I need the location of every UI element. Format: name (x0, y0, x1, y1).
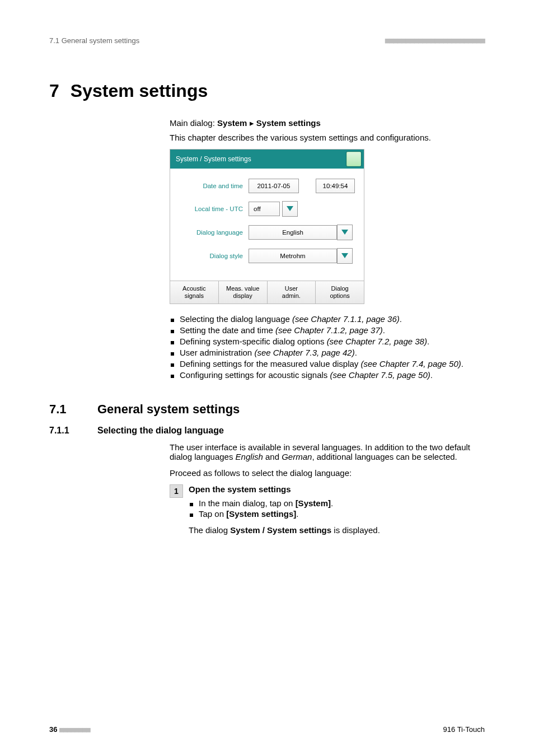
date-field[interactable]: 2011-07-05 (249, 179, 299, 193)
dropdown-arrow-icon[interactable] (337, 248, 353, 264)
step-number: 1 (170, 484, 183, 498)
header-dashes: ■■■■■■■■■■■■■■■■■■■■■■■■ (385, 36, 485, 45)
step-result: The dialog System / System settings is d… (189, 525, 380, 535)
acoustic-signals-button[interactable]: Acousticsignals (170, 281, 219, 304)
paragraph: Proceed as follows to select the dialog … (170, 468, 485, 478)
procedure-step: 1 Open the system settings In the main d… (170, 484, 485, 535)
dialog-style-value[interactable]: Metrohm (249, 249, 337, 263)
list-item: Defining settings for the measured value… (180, 359, 485, 368)
step-title: Open the system settings (189, 484, 380, 494)
list-item: Selecting the dialog language (see Chapt… (180, 314, 485, 324)
main-dialog-system: System (217, 118, 247, 128)
svg-marker-2 (341, 253, 348, 258)
time-field[interactable]: 10:49:54 (316, 179, 355, 193)
header-section-label: 7.1 General system settings (49, 36, 139, 45)
svg-marker-1 (341, 230, 348, 235)
main-dialog-settings: System settings (256, 118, 321, 128)
footer-dashes: ■■■■■■■■ (59, 725, 90, 734)
subsection-heading: 7.1.1Selecting the dialog language (49, 426, 485, 436)
chapter-title: System settings (71, 81, 208, 101)
meas-value-display-button[interactable]: Meas. valuedisplay (219, 281, 268, 304)
system-settings-screenshot: System / System settings Date and time 2… (170, 149, 364, 304)
page-number: 36 (49, 725, 57, 734)
dialog-language-label: Dialog language (176, 229, 249, 236)
running-header: 7.1 General system settings ■■■■■■■■■■■■… (49, 36, 485, 45)
product-model: 916 Ti-Touch (443, 725, 485, 734)
dropdown-arrow-icon[interactable] (337, 225, 353, 240)
list-item: User administration (see Chapter 7.3, pa… (180, 348, 485, 357)
home-icon[interactable] (346, 151, 362, 167)
subsection-title: Selecting the dialog language (97, 426, 224, 435)
section-number: 7.1 (49, 402, 97, 417)
dropdown-arrow-icon[interactable] (282, 201, 298, 217)
utc-value[interactable]: off (249, 202, 280, 216)
triangle-right-icon: ▸ (250, 118, 254, 128)
paragraph: The user interface is available in sever… (170, 442, 485, 461)
intro-paragraph: This chapter describes the various syste… (170, 133, 485, 142)
screenshot-title: System / System settings (176, 155, 251, 163)
date-time-label: Date and time (176, 183, 249, 189)
dialog-language-value[interactable]: English (249, 225, 337, 240)
list-item: In the main dialog, tap on [System]. (199, 498, 380, 508)
utc-label: Local time - UTC (176, 206, 249, 212)
capabilities-list: Selecting the dialog language (see Chapt… (170, 314, 485, 380)
section-title: General system settings (97, 402, 240, 416)
section-heading: 7.1General system settings (49, 402, 485, 417)
dialog-style-label: Dialog style (176, 253, 249, 259)
list-item: Tap on [System settings]. (199, 509, 380, 519)
page-footer: 36 ■■■■■■■■ 916 Ti-Touch (49, 725, 485, 734)
screenshot-titlebar: System / System settings (170, 150, 364, 169)
main-dialog-prefix: Main dialog: (170, 118, 215, 128)
svg-marker-0 (287, 206, 293, 211)
chapter-heading: 7System settings (49, 81, 485, 101)
main-dialog-path: Main dialog: System ▸ System settings (170, 118, 485, 128)
list-item: Defining system-specific dialog options … (180, 337, 485, 346)
list-item: Setting the date and time (see Chapter 7… (180, 325, 485, 335)
user-admin-button[interactable]: Useradmin. (268, 281, 316, 304)
dialog-options-button[interactable]: Dialogoptions (316, 281, 364, 304)
subsection-number: 7.1.1 (49, 426, 97, 436)
list-item: Configuring settings for acoustic signal… (180, 370, 485, 380)
chapter-number: 7 (49, 81, 59, 101)
